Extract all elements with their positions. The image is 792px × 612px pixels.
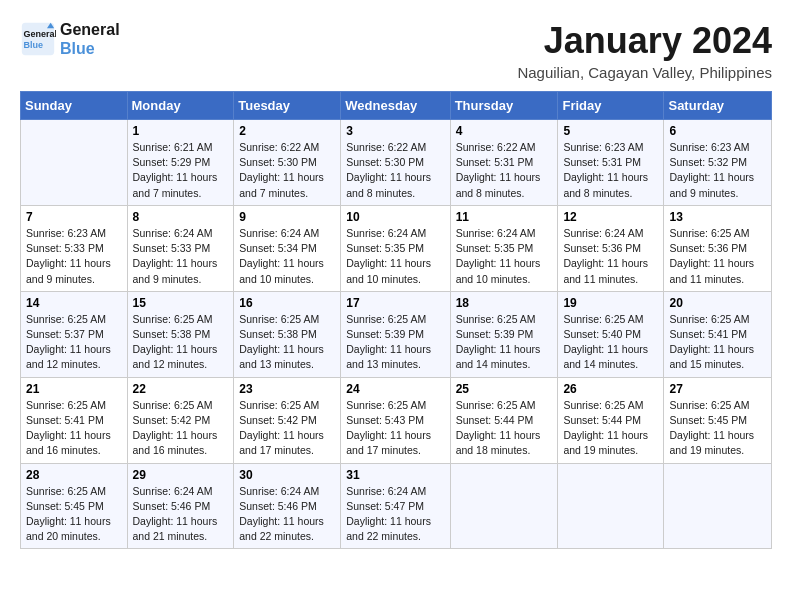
day-info: Sunrise: 6:25 AMSunset: 5:43 PMDaylight:… — [346, 398, 444, 459]
calendar-cell — [558, 463, 664, 549]
day-info: Sunrise: 6:21 AMSunset: 5:29 PMDaylight:… — [133, 140, 229, 201]
weekday-header-wednesday: Wednesday — [341, 92, 450, 120]
logo-text-general: General — [60, 20, 120, 39]
day-info: Sunrise: 6:25 AMSunset: 5:42 PMDaylight:… — [239, 398, 335, 459]
calendar-cell — [21, 120, 128, 206]
calendar-cell: 22Sunrise: 6:25 AMSunset: 5:42 PMDayligh… — [127, 377, 234, 463]
calendar-cell: 13Sunrise: 6:25 AMSunset: 5:36 PMDayligh… — [664, 205, 772, 291]
day-number: 3 — [346, 124, 444, 138]
calendar-table: SundayMondayTuesdayWednesdayThursdayFrid… — [20, 91, 772, 549]
day-info: Sunrise: 6:25 AMSunset: 5:40 PMDaylight:… — [563, 312, 658, 373]
calendar-cell: 18Sunrise: 6:25 AMSunset: 5:39 PMDayligh… — [450, 291, 558, 377]
calendar-cell: 14Sunrise: 6:25 AMSunset: 5:37 PMDayligh… — [21, 291, 128, 377]
day-number: 24 — [346, 382, 444, 396]
day-info: Sunrise: 6:25 AMSunset: 5:45 PMDaylight:… — [26, 484, 122, 545]
calendar-cell: 23Sunrise: 6:25 AMSunset: 5:42 PMDayligh… — [234, 377, 341, 463]
day-info: Sunrise: 6:24 AMSunset: 5:33 PMDaylight:… — [133, 226, 229, 287]
weekday-header-monday: Monday — [127, 92, 234, 120]
calendar-cell: 28Sunrise: 6:25 AMSunset: 5:45 PMDayligh… — [21, 463, 128, 549]
day-number: 2 — [239, 124, 335, 138]
day-number: 30 — [239, 468, 335, 482]
calendar-cell — [664, 463, 772, 549]
calendar-week-5: 28Sunrise: 6:25 AMSunset: 5:45 PMDayligh… — [21, 463, 772, 549]
logo-text-blue: Blue — [60, 39, 120, 58]
calendar-week-3: 14Sunrise: 6:25 AMSunset: 5:37 PMDayligh… — [21, 291, 772, 377]
day-info: Sunrise: 6:24 AMSunset: 5:36 PMDaylight:… — [563, 226, 658, 287]
day-info: Sunrise: 6:22 AMSunset: 5:30 PMDaylight:… — [239, 140, 335, 201]
day-info: Sunrise: 6:23 AMSunset: 5:32 PMDaylight:… — [669, 140, 766, 201]
calendar-week-4: 21Sunrise: 6:25 AMSunset: 5:41 PMDayligh… — [21, 377, 772, 463]
day-number: 31 — [346, 468, 444, 482]
calendar-week-2: 7Sunrise: 6:23 AMSunset: 5:33 PMDaylight… — [21, 205, 772, 291]
day-number: 21 — [26, 382, 122, 396]
day-number: 4 — [456, 124, 553, 138]
calendar-cell: 31Sunrise: 6:24 AMSunset: 5:47 PMDayligh… — [341, 463, 450, 549]
calendar-cell: 2Sunrise: 6:22 AMSunset: 5:30 PMDaylight… — [234, 120, 341, 206]
logo: General Blue General Blue — [20, 20, 120, 58]
day-number: 17 — [346, 296, 444, 310]
day-number: 9 — [239, 210, 335, 224]
day-number: 13 — [669, 210, 766, 224]
day-number: 27 — [669, 382, 766, 396]
day-number: 18 — [456, 296, 553, 310]
day-number: 26 — [563, 382, 658, 396]
calendar-cell: 21Sunrise: 6:25 AMSunset: 5:41 PMDayligh… — [21, 377, 128, 463]
calendar-cell: 30Sunrise: 6:24 AMSunset: 5:46 PMDayligh… — [234, 463, 341, 549]
calendar-cell: 5Sunrise: 6:23 AMSunset: 5:31 PMDaylight… — [558, 120, 664, 206]
title-block: January 2024 Naguilian, Cagayan Valley, … — [517, 20, 772, 81]
day-info: Sunrise: 6:23 AMSunset: 5:31 PMDaylight:… — [563, 140, 658, 201]
calendar-body: 1Sunrise: 6:21 AMSunset: 5:29 PMDaylight… — [21, 120, 772, 549]
calendar-cell: 24Sunrise: 6:25 AMSunset: 5:43 PMDayligh… — [341, 377, 450, 463]
day-info: Sunrise: 6:24 AMSunset: 5:34 PMDaylight:… — [239, 226, 335, 287]
day-info: Sunrise: 6:25 AMSunset: 5:41 PMDaylight:… — [26, 398, 122, 459]
day-number: 8 — [133, 210, 229, 224]
page-header: General Blue General Blue January 2024 N… — [20, 20, 772, 81]
weekday-header-tuesday: Tuesday — [234, 92, 341, 120]
weekday-header-friday: Friday — [558, 92, 664, 120]
day-number: 20 — [669, 296, 766, 310]
calendar-cell: 4Sunrise: 6:22 AMSunset: 5:31 PMDaylight… — [450, 120, 558, 206]
day-number: 16 — [239, 296, 335, 310]
calendar-header: SundayMondayTuesdayWednesdayThursdayFrid… — [21, 92, 772, 120]
day-number: 15 — [133, 296, 229, 310]
calendar-cell: 12Sunrise: 6:24 AMSunset: 5:36 PMDayligh… — [558, 205, 664, 291]
day-number: 29 — [133, 468, 229, 482]
day-number: 7 — [26, 210, 122, 224]
logo-icon: General Blue — [20, 21, 56, 57]
month-title: January 2024 — [517, 20, 772, 62]
day-info: Sunrise: 6:25 AMSunset: 5:39 PMDaylight:… — [346, 312, 444, 373]
calendar-cell: 6Sunrise: 6:23 AMSunset: 5:32 PMDaylight… — [664, 120, 772, 206]
weekday-header-thursday: Thursday — [450, 92, 558, 120]
day-info: Sunrise: 6:25 AMSunset: 5:42 PMDaylight:… — [133, 398, 229, 459]
day-number: 14 — [26, 296, 122, 310]
day-number: 11 — [456, 210, 553, 224]
day-info: Sunrise: 6:24 AMSunset: 5:47 PMDaylight:… — [346, 484, 444, 545]
day-info: Sunrise: 6:25 AMSunset: 5:39 PMDaylight:… — [456, 312, 553, 373]
calendar-cell: 27Sunrise: 6:25 AMSunset: 5:45 PMDayligh… — [664, 377, 772, 463]
calendar-cell: 20Sunrise: 6:25 AMSunset: 5:41 PMDayligh… — [664, 291, 772, 377]
calendar-week-1: 1Sunrise: 6:21 AMSunset: 5:29 PMDaylight… — [21, 120, 772, 206]
day-number: 22 — [133, 382, 229, 396]
day-info: Sunrise: 6:25 AMSunset: 5:36 PMDaylight:… — [669, 226, 766, 287]
day-number: 25 — [456, 382, 553, 396]
day-number: 10 — [346, 210, 444, 224]
day-info: Sunrise: 6:22 AMSunset: 5:30 PMDaylight:… — [346, 140, 444, 201]
calendar-cell: 29Sunrise: 6:24 AMSunset: 5:46 PMDayligh… — [127, 463, 234, 549]
day-info: Sunrise: 6:24 AMSunset: 5:46 PMDaylight:… — [239, 484, 335, 545]
day-number: 6 — [669, 124, 766, 138]
weekday-header-row: SundayMondayTuesdayWednesdayThursdayFrid… — [21, 92, 772, 120]
calendar-cell: 16Sunrise: 6:25 AMSunset: 5:38 PMDayligh… — [234, 291, 341, 377]
calendar-cell: 15Sunrise: 6:25 AMSunset: 5:38 PMDayligh… — [127, 291, 234, 377]
day-number: 5 — [563, 124, 658, 138]
calendar-cell: 11Sunrise: 6:24 AMSunset: 5:35 PMDayligh… — [450, 205, 558, 291]
calendar-cell: 1Sunrise: 6:21 AMSunset: 5:29 PMDaylight… — [127, 120, 234, 206]
day-number: 28 — [26, 468, 122, 482]
day-info: Sunrise: 6:25 AMSunset: 5:38 PMDaylight:… — [239, 312, 335, 373]
calendar-cell: 10Sunrise: 6:24 AMSunset: 5:35 PMDayligh… — [341, 205, 450, 291]
svg-text:General: General — [24, 29, 56, 39]
calendar-cell: 9Sunrise: 6:24 AMSunset: 5:34 PMDaylight… — [234, 205, 341, 291]
calendar-cell: 3Sunrise: 6:22 AMSunset: 5:30 PMDaylight… — [341, 120, 450, 206]
calendar-cell: 17Sunrise: 6:25 AMSunset: 5:39 PMDayligh… — [341, 291, 450, 377]
weekday-header-sunday: Sunday — [21, 92, 128, 120]
calendar-cell: 26Sunrise: 6:25 AMSunset: 5:44 PMDayligh… — [558, 377, 664, 463]
